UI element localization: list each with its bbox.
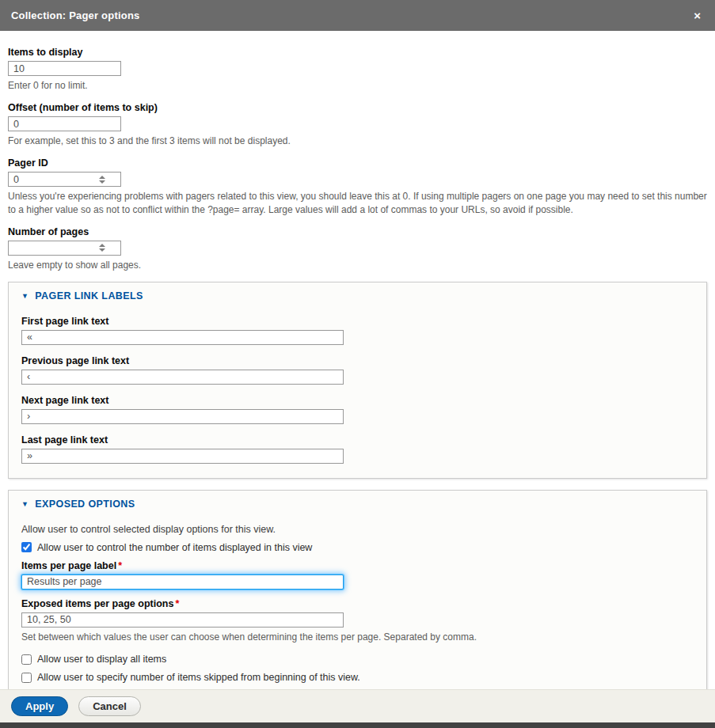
control-items-checkbox-row: Allow user to control the number of item…: [21, 542, 694, 553]
pager-link-labels-legend[interactable]: ▼ PAGER LINK LABELS: [21, 290, 694, 301]
exposed-items-options-input[interactable]: [21, 612, 344, 628]
exposed-options-fieldset: ▼ EXPOSED OPTIONS Allow user to control …: [8, 490, 707, 689]
collapse-arrow-icon: ▼: [21, 500, 29, 508]
next-page-link-field: Next page link text: [21, 395, 694, 424]
exposed-options-description: Allow user to control selected display o…: [21, 524, 694, 535]
display-all-checkbox-label: Allow user to display all items: [37, 654, 166, 665]
items-per-page-label-field: Items per page label*: [21, 560, 694, 590]
dialog-header: Collection: Pager options ×: [0, 0, 715, 31]
previous-page-link-input[interactable]: [21, 370, 344, 385]
items-per-page-label-label: Items per page label*: [21, 560, 694, 571]
items-to-display-input[interactable]: [8, 61, 121, 76]
required-marker: *: [118, 560, 122, 571]
previous-page-link-label: Previous page link text: [21, 355, 694, 366]
exposed-items-options-description: Set between which values the user can ch…: [21, 631, 694, 643]
required-marker: *: [175, 598, 179, 609]
next-page-link-label: Next page link text: [21, 395, 694, 406]
exposed-items-options-field: Exposed items per page options* Set betw…: [21, 598, 694, 643]
control-items-checkbox-label: Allow user to control the number of item…: [37, 542, 312, 553]
number-of-pages-field: Number of pages Leave empty to show all …: [8, 226, 707, 271]
number-spinner-icon[interactable]: [99, 176, 105, 184]
close-icon[interactable]: ×: [690, 8, 704, 23]
items-to-display-description: Enter 0 for no limit.: [8, 79, 707, 92]
page-background-bar: [0, 722, 715, 728]
cancel-button[interactable]: Cancel: [78, 696, 141, 716]
dialog-footer: Apply Cancel: [0, 689, 715, 722]
items-per-page-label-input[interactable]: [21, 574, 344, 590]
offset-field: Offset (number of items to skip) For exa…: [8, 102, 707, 147]
exposed-items-options-label: Exposed items per page options*: [21, 598, 694, 609]
offset-description: For example, set this to 3 and the first…: [8, 135, 707, 147]
collapse-arrow-icon: ▼: [21, 292, 29, 300]
pager-id-label: Pager ID: [8, 157, 707, 169]
first-page-link-field: First page link text: [21, 316, 694, 345]
dialog-title: Collection: Pager options: [11, 9, 139, 21]
number-spinner-icon[interactable]: [99, 244, 105, 252]
items-to-display-label: Items to display: [8, 47, 707, 58]
offset-label: Offset (number of items to skip): [8, 102, 707, 113]
skip-items-checkbox-row: Allow user to specify number of items sk…: [21, 672, 694, 683]
skip-items-checkbox-label: Allow user to specify number of items sk…: [37, 672, 360, 683]
previous-page-link-field: Previous page link text: [21, 355, 694, 385]
first-page-link-input[interactable]: [21, 330, 344, 345]
pager-id-field: Pager ID Unless you're experiencing prob…: [8, 157, 707, 215]
display-all-checkbox[interactable]: [21, 654, 32, 665]
last-page-link-field: Last page link text: [21, 434, 694, 464]
offset-input[interactable]: [8, 116, 121, 131]
pager-link-labels-fieldset: ▼ PAGER LINK LABELS First page link text…: [8, 282, 707, 479]
exposed-options-legend-text: EXPOSED OPTIONS: [35, 499, 135, 510]
display-all-checkbox-row: Allow user to display all items: [21, 654, 694, 665]
number-of-pages-label: Number of pages: [8, 226, 707, 237]
skip-items-checkbox[interactable]: [21, 673, 32, 683]
control-items-checkbox[interactable]: [21, 542, 32, 552]
exposed-options-legend[interactable]: ▼ EXPOSED OPTIONS: [21, 499, 694, 510]
pager-options-dialog: Collection: Pager options × Items to dis…: [0, 0, 715, 728]
next-page-link-input[interactable]: [21, 409, 344, 424]
apply-button[interactable]: Apply: [11, 696, 68, 716]
last-page-link-input[interactable]: [21, 449, 344, 464]
pager-id-description: Unless you're experiencing problems with…: [8, 190, 707, 215]
items-to-display-field: Items to display Enter 0 for no limit.: [8, 47, 707, 92]
number-of-pages-description: Leave empty to show all pages.: [8, 259, 707, 271]
pager-link-labels-legend-text: PAGER LINK LABELS: [35, 290, 143, 301]
dialog-content: Items to display Enter 0 for no limit. O…: [0, 31, 715, 689]
first-page-link-label: First page link text: [21, 316, 694, 327]
last-page-link-label: Last page link text: [21, 434, 694, 446]
